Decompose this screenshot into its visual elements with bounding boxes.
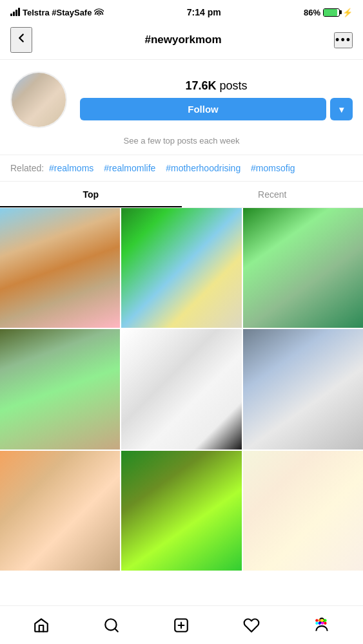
svg-point-9 — [324, 619, 326, 621]
grid-item-7[interactable] — [0, 451, 120, 571]
grid-item-6[interactable] — [243, 329, 363, 449]
battery-icon — [323, 8, 340, 17]
hashtag-realmoms[interactable]: #realmoms — [49, 163, 93, 173]
profile-nav-button[interactable] — [308, 611, 336, 639]
follow-button[interactable]: Follow — [80, 98, 326, 120]
svg-point-11 — [318, 621, 320, 624]
bottom-nav — [0, 605, 363, 644]
profile-info: 17.6K posts Follow ▾ — [80, 79, 353, 120]
related-hashtags: Related: #realmoms #realmomlife #motherh… — [0, 155, 363, 182]
grid-item-2[interactable] — [121, 208, 241, 328]
grid-item-1[interactable] — [0, 208, 120, 328]
svg-point-8 — [321, 619, 324, 621]
tab-top[interactable]: Top — [0, 182, 182, 207]
content-tabs: Top Recent — [0, 182, 363, 208]
follow-row: Follow ▾ — [80, 98, 353, 120]
svg-point-13 — [324, 621, 326, 624]
hashtag-momsofig[interactable]: #momsofig — [251, 163, 295, 173]
charging-icon: ⚡ — [342, 8, 353, 17]
photo-grid — [0, 208, 363, 571]
svg-point-10 — [315, 621, 318, 624]
home-nav-button[interactable] — [27, 611, 55, 639]
grid-item-8[interactable] — [121, 451, 241, 571]
status-time: 7:14 pm — [187, 7, 221, 17]
page-title: #newyorkmom — [145, 33, 222, 46]
grid-item-3[interactable] — [243, 208, 363, 328]
hashtag-motherhoodrising[interactable]: #motherhoodrising — [166, 163, 240, 173]
status-left: Telstra #StaySafe — [10, 8, 104, 17]
grid-item-4[interactable] — [0, 329, 120, 449]
avatar — [10, 71, 67, 128]
carrier-label: Telstra #StaySafe — [23, 8, 92, 17]
more-button[interactable]: ••• — [334, 32, 353, 48]
wifi-icon — [94, 8, 104, 17]
posts-count: 17.6K posts — [185, 79, 247, 93]
tab-recent[interactable]: Recent — [182, 182, 364, 207]
hashtag-realmomlife[interactable]: #realmomlife — [104, 163, 155, 173]
status-bar: Telstra #StaySafe 7:14 pm 86% ⚡ — [0, 0, 363, 23]
battery-percent: 86% — [304, 8, 320, 17]
add-nav-button[interactable] — [167, 611, 195, 639]
svg-line-1 — [115, 629, 118, 632]
top-nav: #newyorkmom ••• — [0, 23, 363, 60]
search-nav-button[interactable] — [97, 611, 126, 639]
see-posts-description: See a few top posts each week — [0, 135, 363, 155]
grid-item-9[interactable] — [243, 451, 363, 571]
status-right: 86% ⚡ — [304, 8, 353, 17]
svg-point-7 — [318, 619, 320, 621]
signal-icon — [10, 8, 20, 16]
profile-section: 17.6K posts Follow ▾ — [0, 60, 363, 135]
follow-dropdown-button[interactable]: ▾ — [330, 98, 353, 120]
related-label: Related: — [10, 163, 44, 173]
grid-item-5[interactable] — [121, 329, 241, 449]
svg-point-12 — [321, 621, 324, 624]
svg-point-6 — [315, 619, 318, 621]
heart-nav-button[interactable] — [237, 611, 266, 639]
back-button[interactable] — [10, 27, 32, 53]
